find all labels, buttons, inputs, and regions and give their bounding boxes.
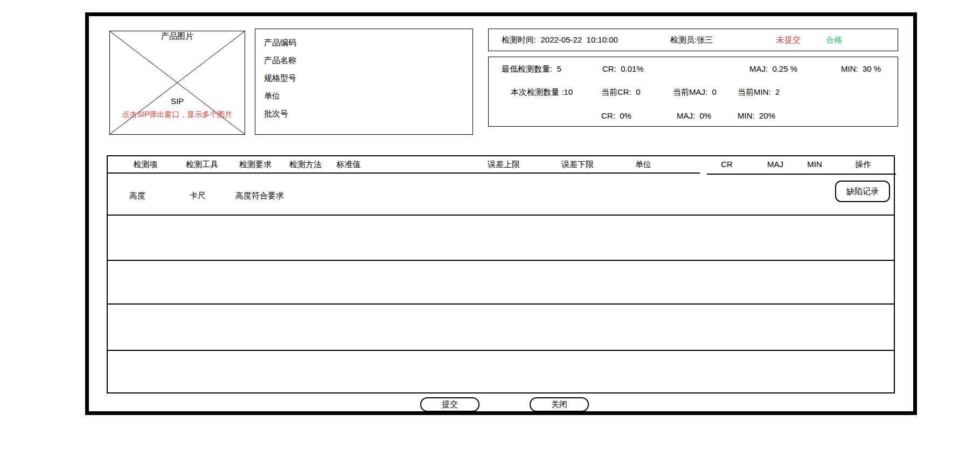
col-header-upper-limit: 误差上限 [488,160,520,170]
stat-min-limit: MIN: 30 % [841,64,881,74]
field-label-batch-no: 批次号 [264,105,472,122]
stat-maj-rate: MAJ: 0% [677,111,711,121]
col-header-requirement: 检测要求 [239,160,272,170]
col-header-item: 检测项 [134,160,158,170]
inspector-name: 检测员:张三 [670,35,713,45]
sip-label[interactable]: SIP [110,96,245,106]
stat-current-qty: 本次检测数量 :10 [511,87,573,97]
stat-min-rate: MIN: 20% [738,111,775,121]
field-label-product-name: 产品名称 [264,51,472,69]
col-header-min: MIN [807,160,822,169]
header-underline-right [707,174,896,175]
col-header-method: 检测方法 [289,160,322,170]
stat-current-maj: 当前MAJ: 0 [673,87,717,97]
field-label-unit: 单位 [264,87,472,105]
row-separator [108,215,894,216]
col-header-lower-limit: 误差下限 [561,160,594,170]
stat-current-min: 当前MIN: 2 [738,87,780,97]
cell-tool: 卡尺 [190,191,206,201]
stat-cr-limit: CR: 0.01% [602,64,644,74]
row-separator [108,350,894,351]
inspection-dialog-frame: 产品图片 SIP 点击SIP弹出窗口，显示多个图片 产品编码 产品名称 规格型号… [85,12,917,415]
sip-hint: 点击SIP弹出窗口，显示多个图片 [110,110,245,119]
col-header-action: 操作 [855,160,871,170]
inspection-time: 检测时间: 2022-05-22 10:10:00 [502,35,618,45]
stat-cr-rate: CR: 0% [601,111,631,121]
col-header-maj: MAJ [767,160,783,169]
stat-maj-limit: MAJ: 0.25 % [749,64,797,74]
product-image-label: 产品图片 [110,31,245,41]
col-header-cr: CR [721,160,733,169]
status-badge-unsubmitted: 未提交 [776,35,801,45]
cell-item: 高度 [129,191,145,201]
col-header-tool: 检测工具 [186,160,218,170]
inspection-info-bar: 检测时间: 2022-05-22 10:10:00 检测员:张三 未提交 合格 [488,29,898,51]
defect-record-button[interactable]: 缺陷记录 [835,181,890,202]
product-image-placeholder[interactable]: 产品图片 SIP 点击SIP弹出窗口，显示多个图片 [109,31,245,135]
field-label-spec-model: 规格型号 [264,69,472,87]
field-label-product-code: 产品编码 [264,33,472,51]
stat-min-inspect-qty: 最低检测数量: 5 [502,64,561,74]
col-header-unit: 单位 [635,160,651,170]
row-separator [108,260,894,261]
stat-current-cr: 当前CR: 0 [601,87,641,97]
cell-requirement: 高度符合要求 [235,191,284,201]
status-badge-pass: 合格 [826,35,842,45]
col-header-standard: 标准值 [337,160,361,170]
inspection-table: 检测项 检测工具 检测要求 检测方法 标准值 误差上限 误差下限 单位 CR M… [107,155,895,393]
inspection-stats-box: 最低检测数量: 5 CR: 0.01% MAJ: 0.25 % MIN: 30 … [488,57,898,127]
header-underline-left [108,172,700,174]
submit-button[interactable]: 提交 [420,397,479,412]
row-separator [108,303,894,305]
close-button[interactable]: 关闭 [530,397,589,412]
product-fields-box: 产品编码 产品名称 规格型号 单位 批次号 [255,29,473,135]
